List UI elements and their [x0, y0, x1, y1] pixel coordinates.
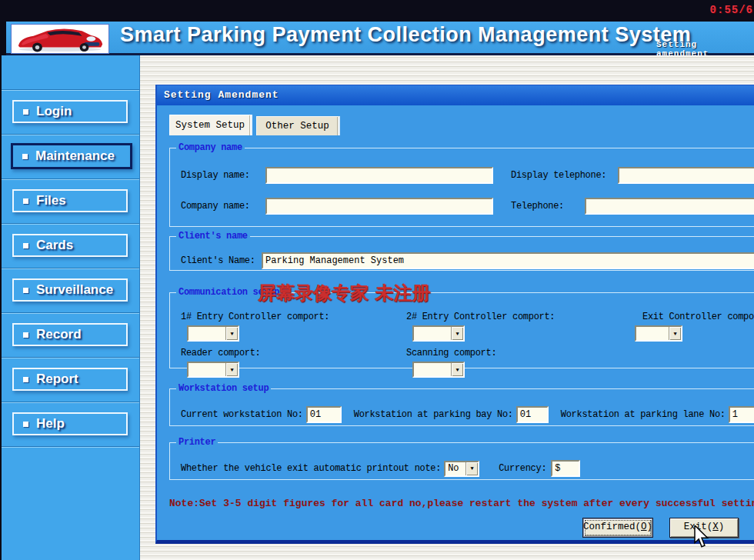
workstation-setup-group: Workstation setup Current workstation No…	[169, 383, 754, 426]
chevron-down-icon[interactable]: ▼	[669, 327, 681, 340]
bullet-icon	[23, 109, 28, 115]
sidebar: Login Maintenance Files Cards Surveillan…	[2, 55, 140, 560]
tab-system-setup[interactable]: System Setup	[169, 115, 251, 135]
sidebar-item-label: Surveillance	[36, 282, 113, 298]
sidebar-divider	[2, 134, 139, 135]
sidebar-divider	[2, 178, 139, 180]
company-name-group: Company name Display name: Display telep…	[169, 142, 754, 227]
parking-bay-label: Workstation at parking bay No:	[354, 409, 513, 420]
sidebar-item-label: Maintenance	[35, 148, 115, 164]
printout-note-select[interactable]: No ▼	[444, 461, 479, 477]
confirmed-button[interactable]: Confirmed(O)	[582, 518, 653, 538]
printer-legend: Printer	[176, 437, 218, 448]
scanning-comport-select[interactable]: ▼	[412, 362, 465, 378]
telephone-label: Telephone:	[511, 201, 585, 212]
mouse-cursor-icon	[693, 525, 710, 548]
car-icon	[12, 25, 108, 52]
clients-name-input[interactable]	[262, 252, 754, 269]
exit-comport-select[interactable]: ▼	[635, 325, 682, 342]
communication-setup-group: Communication setup 1# Entry Controller …	[169, 287, 754, 368]
sidebar-divider	[2, 402, 139, 403]
sidebar-item-label: Login	[36, 104, 72, 119]
header: Smart Parking Payment Collection Managem…	[6, 22, 754, 55]
chevron-down-icon[interactable]: ▼	[465, 462, 478, 475]
sidebar-item-label: Files	[36, 193, 66, 208]
parking-bay-input[interactable]	[516, 406, 549, 423]
display-telephone-input[interactable]	[618, 167, 754, 184]
sidebar-item-maintenance[interactable]: Maintenance	[11, 143, 132, 169]
scanning-comport-label: Scanning comport:	[406, 348, 496, 358]
sidebar-item-report[interactable]: Report	[12, 368, 128, 391]
sidebar-item-label: Cards	[36, 238, 73, 253]
sidebar-item-help[interactable]: Help	[12, 412, 128, 435]
chevron-down-icon[interactable]: ▼	[225, 363, 238, 376]
top-strip: 0:55/6	[0, 0, 754, 22]
bullet-icon	[23, 422, 28, 427]
display-telephone-label: Display telephone:	[511, 170, 618, 181]
chevron-down-icon[interactable]: ▼	[225, 327, 238, 340]
printer-group: Printer Whether the vehicle exit automat…	[169, 437, 754, 480]
bullet-icon	[23, 243, 28, 248]
sidebar-divider	[2, 223, 139, 225]
sidebar-item-cards[interactable]: Cards	[12, 234, 128, 257]
screen-recorder-watermark: 屏幕录像专家 未注册	[258, 281, 430, 305]
sidebar-divider	[2, 312, 139, 314]
sidebar-item-record[interactable]: Record	[12, 323, 128, 346]
telephone-input[interactable]	[585, 198, 754, 215]
sidebar-item-label: Report	[36, 372, 78, 387]
workstation-setup-legend: Workstation setup	[176, 383, 271, 394]
entry2-comport-label: 2# Entry Controller comport:	[406, 312, 555, 322]
clients-name-group: Client's name Client's Name:	[169, 231, 754, 271]
setting-amendment-dialog: Setting Amendment System Setup Other Set…	[155, 85, 754, 544]
app-window: 0:55/6 Smart Parking Payment Collection …	[0, 0, 754, 560]
sidebar-item-files[interactable]: Files	[12, 189, 128, 212]
current-workstation-input[interactable]	[306, 406, 342, 423]
exit-comport-label: Exit Controller comport:	[642, 312, 754, 322]
sidebar-divider	[2, 446, 139, 448]
bullet-icon	[23, 332, 28, 338]
car-logo	[11, 24, 109, 54]
entry1-comport-select[interactable]: ▼	[187, 325, 239, 342]
parking-lane-input[interactable]	[729, 406, 754, 423]
entry1-comport-label: 1# Entry Controller comport:	[181, 312, 329, 322]
sidebar-divider	[2, 268, 139, 269]
tab-other-setup[interactable]: Other Setup	[256, 116, 339, 135]
chevron-down-icon[interactable]: ▼	[451, 363, 463, 376]
restart-note: Note:Set 3-5 digit figures for all card …	[169, 498, 754, 509]
currency-input[interactable]	[551, 460, 580, 477]
sidebar-item-label: Record	[36, 327, 82, 342]
bullet-icon	[23, 198, 28, 204]
printout-note-label: Whether the vehicle exit automatic print…	[181, 463, 441, 474]
clients-name-label: Client's Name:	[181, 255, 262, 266]
dialog-titlebar: Setting Amendment	[157, 85, 754, 105]
bullet-icon	[23, 288, 28, 293]
current-workstation-label: Current workstation No:	[181, 409, 303, 420]
sidebar-item-label: Help	[36, 416, 65, 432]
bullet-icon	[23, 377, 28, 382]
display-name-input[interactable]	[265, 167, 493, 184]
reader-comport-label: Reader comport:	[181, 348, 261, 358]
display-name-label: Display name:	[181, 170, 265, 181]
company-name-input[interactable]	[265, 198, 493, 215]
recording-timer: 0:55/6	[710, 4, 753, 16]
clients-name-legend: Client's name	[176, 231, 250, 242]
company-name-legend: Company name	[176, 142, 245, 153]
reader-comport-select[interactable]: ▼	[187, 362, 239, 378]
sidebar-item-login[interactable]: Login	[12, 100, 128, 123]
bullet-icon	[22, 154, 28, 159]
parking-lane-label: Workstation at parking lane No:	[561, 409, 726, 420]
sidebar-item-surveillance[interactable]: Surveillance	[12, 278, 128, 302]
app-title: Smart Parking Payment Collection Managem…	[120, 23, 651, 55]
entry2-comport-select[interactable]: ▼	[412, 325, 465, 342]
chevron-down-icon[interactable]: ▼	[451, 327, 463, 340]
sidebar-divider	[2, 89, 139, 91]
company-name-label: Company name:	[181, 201, 265, 212]
sidebar-divider	[2, 357, 139, 358]
currency-label: Currency:	[499, 463, 546, 474]
